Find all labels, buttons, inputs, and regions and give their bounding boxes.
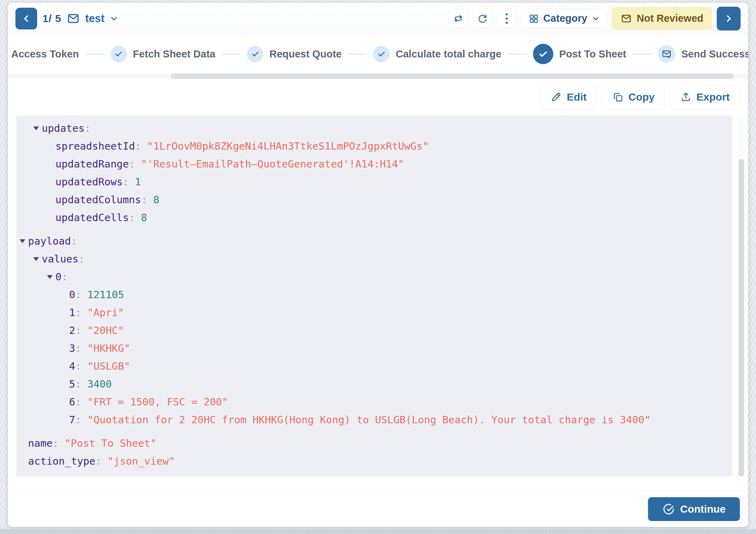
json-colon: : — [53, 437, 59, 449]
vertical-scrollbar-thumb[interactable] — [738, 159, 744, 477]
json-row: updatedRows:1 — [16, 173, 732, 191]
check-circle-icon[interactable] — [373, 46, 390, 62]
json-key: 7 — [69, 414, 75, 426]
check-circle-icon — [662, 503, 675, 515]
json-colon: : — [79, 253, 85, 265]
rerun-button[interactable] — [448, 9, 468, 28]
json-row: updates: — [16, 119, 732, 137]
footer-bar: Continue — [8, 491, 748, 527]
json-colon: : — [75, 289, 81, 301]
back-button[interactable] — [15, 8, 37, 29]
json-row: updatedCells:8 — [16, 208, 732, 226]
copy-label: Copy — [628, 91, 655, 103]
result-content: Edit Copy Export updates:spread — [8, 79, 748, 491]
json-row: 4:"USLGB" — [16, 357, 732, 375]
json-key: 0 — [69, 289, 75, 301]
json-colon: : — [129, 158, 135, 170]
json-key: updates — [42, 122, 85, 134]
refresh-button[interactable] — [473, 9, 492, 28]
json-key: updatedColumns — [55, 194, 141, 206]
json-colon: : — [75, 414, 81, 426]
json-panel-area: updates:spreadsheetId:"1LrOovM0pk8ZKgeNi… — [8, 116, 748, 477]
step-connector — [507, 54, 527, 55]
status-badge[interactable]: Not Reviewed — [612, 7, 712, 30]
json-row: spreadsheetId:"1LrOovM0pk8ZKgeNi4LHAn3Tt… — [16, 137, 732, 155]
json-colon: : — [75, 360, 81, 372]
chevron-right-icon — [723, 13, 734, 24]
collapse-caret-icon[interactable] — [20, 239, 28, 243]
json-value: "Post To Sheet" — [65, 437, 156, 449]
json-row: updatedRange:"'Result–EmailPath–QuoteGen… — [16, 155, 732, 173]
horizontal-scrollbar[interactable] — [8, 74, 748, 79]
check-circle-icon[interactable] — [247, 46, 263, 62]
json-row: values: — [16, 250, 732, 268]
step-connector — [85, 54, 104, 55]
json-colon: : — [129, 212, 135, 224]
json-row: 0:121105 — [16, 286, 732, 303]
check-circle-icon[interactable] — [110, 46, 127, 62]
json-key: name — [28, 437, 53, 449]
json-colon: : — [75, 378, 81, 390]
json-row: 1:"Apri" — [16, 303, 732, 321]
json-colon: : — [135, 140, 141, 152]
check-circle-filled-icon[interactable] — [533, 44, 553, 64]
json-row: 3:"HKHKG" — [16, 339, 732, 357]
json-value: 1 — [135, 176, 141, 188]
json-colon: : — [75, 342, 81, 354]
pencil-icon — [551, 91, 562, 103]
header-right: Category Not Reviewed — [448, 7, 741, 30]
json-row: updatedColumns:8 — [16, 191, 732, 208]
step-label[interactable]: Fetch Sheet Data — [133, 48, 215, 60]
json-colon: : — [71, 235, 77, 247]
collapse-caret-icon[interactable] — [33, 126, 42, 130]
edit-button[interactable]: Edit — [540, 85, 597, 109]
json-row: 0: — [16, 268, 732, 286]
json-colon: : — [123, 176, 129, 188]
step-label[interactable]: Request Quote — [269, 48, 342, 60]
copy-icon — [612, 91, 623, 103]
export-button[interactable]: Export — [670, 85, 740, 109]
mail-check-icon[interactable] — [658, 45, 675, 63]
mail-icon — [67, 12, 80, 25]
vertical-scrollbar[interactable] — [738, 116, 744, 477]
collapse-caret-icon[interactable] — [47, 274, 55, 279]
json-viewer: updates:spreadsheetId:"1LrOovM0pk8ZKgeNi… — [16, 116, 732, 477]
next-button[interactable] — [717, 7, 741, 30]
json-row: 7:"Quotation for 2 20HC from HKHKG(Hong … — [16, 411, 732, 429]
json-key: action_type — [28, 455, 95, 467]
main-card: 1/ 5 test — [8, 3, 748, 527]
json-value: "FRT = 1500, FSC = 200" — [87, 396, 228, 408]
json-colon: : — [95, 455, 101, 467]
collapse-caret-icon[interactable] — [33, 256, 42, 261]
refresh-icon — [477, 13, 488, 24]
continue-label: Continue — [680, 503, 726, 515]
page-counter: 1/ 5 — [42, 13, 61, 25]
export-icon — [680, 91, 691, 103]
record-title-dropdown[interactable]: test — [85, 12, 119, 25]
page-bottom-strip — [0, 529, 756, 534]
more-options-button[interactable] — [497, 9, 517, 28]
json-key: 6 — [69, 396, 75, 408]
category-dropdown[interactable]: Category — [521, 9, 607, 28]
json-value: "USLGB" — [87, 360, 130, 372]
json-key: values — [42, 253, 79, 265]
json-value: 8 — [141, 212, 147, 224]
json-key: 2 — [69, 324, 75, 336]
step-label[interactable]: Access Token — [11, 48, 79, 60]
header-left: 1/ 5 test — [15, 8, 119, 29]
step-label[interactable]: Send Success Email — [681, 48, 748, 60]
step-label[interactable]: Calculate total charge — [396, 48, 501, 60]
json-rows: updates:spreadsheetId:"1LrOovM0pk8ZKgeNi… — [16, 119, 732, 470]
json-row: 2:"20HC" — [16, 321, 732, 339]
chevron-down-icon — [109, 14, 119, 23]
step-connector — [221, 54, 241, 55]
json-key: 4 — [69, 360, 75, 372]
horizontal-scrollbar-thumb[interactable] — [171, 74, 734, 79]
step-label[interactable]: Post To Sheet — [559, 48, 626, 60]
continue-button[interactable]: Continue — [648, 497, 740, 521]
json-key: payload — [28, 235, 71, 247]
record-title: test — [85, 12, 104, 25]
copy-button[interactable]: Copy — [602, 85, 665, 109]
step-connector — [632, 54, 652, 55]
json-value: "Quotation for 2 20HC from HKHKG(Hong Ko… — [87, 414, 650, 426]
